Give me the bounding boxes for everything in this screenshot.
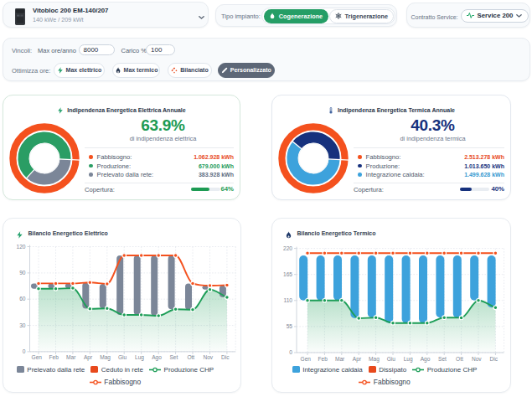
svg-text:120: 120	[16, 244, 25, 250]
svg-text:60: 60	[19, 296, 26, 302]
svg-text:Mar: Mar	[66, 354, 76, 360]
svg-text:Feb: Feb	[49, 354, 59, 360]
svg-text:Gen: Gen	[301, 356, 312, 362]
svg-text:Apr: Apr	[84, 354, 93, 361]
svg-text:220: 220	[283, 245, 292, 251]
svg-text:Ott: Ott	[187, 354, 194, 360]
svg-text:Gen: Gen	[32, 354, 43, 360]
svg-text:Mag: Mag	[369, 356, 380, 363]
svg-text:Mar: Mar	[335, 356, 345, 362]
svg-text:Giu: Giu	[118, 354, 127, 360]
svg-text:Nov: Nov	[203, 354, 213, 360]
svg-text:Lug: Lug	[404, 356, 413, 363]
svg-text:30: 30	[19, 322, 26, 328]
svg-text:Dic: Dic	[221, 354, 230, 360]
svg-text:55: 55	[287, 323, 293, 329]
svg-text:Lug: Lug	[135, 354, 144, 361]
svg-text:Ott: Ott	[456, 356, 463, 362]
svg-text:Dic: Dic	[489, 356, 498, 362]
svg-text:0: 0	[289, 349, 292, 355]
svg-text:Set: Set	[438, 356, 447, 362]
svg-text:Set: Set	[169, 354, 178, 360]
svg-text:Apr: Apr	[353, 356, 362, 363]
svg-text:165: 165	[283, 271, 292, 277]
svg-text:Ago: Ago	[152, 354, 162, 361]
svg-text:0: 0	[23, 348, 26, 354]
svg-text:Giu: Giu	[387, 356, 396, 362]
svg-text:110: 110	[283, 297, 292, 303]
svg-text:Feb: Feb	[318, 356, 328, 362]
svg-text:90: 90	[19, 270, 26, 276]
svg-text:Nov: Nov	[472, 356, 482, 362]
svg-text:Ago: Ago	[421, 356, 431, 363]
svg-text:Mag: Mag	[100, 354, 111, 361]
